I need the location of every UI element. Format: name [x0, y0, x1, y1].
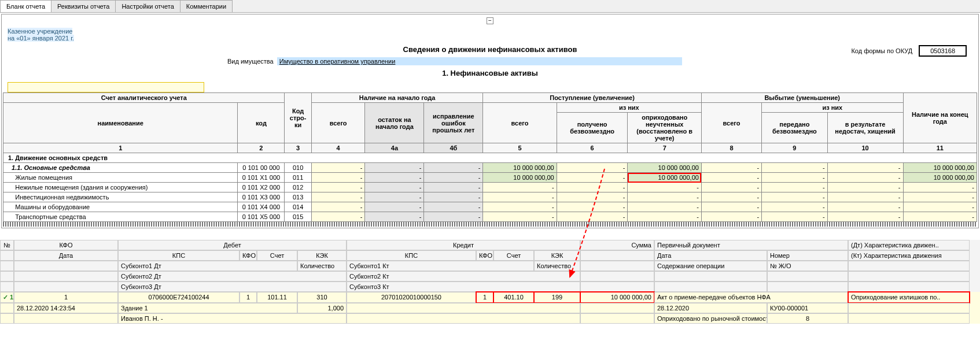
jh-content[interactable]: Содержание операции	[654, 261, 767, 271]
jr-kek-dt: 310	[297, 292, 347, 303]
journal-row[interactable]: ✓ 1 1 0706000Е724100244 1 101.11 310 207…	[0, 292, 980, 303]
okud-value: 0503168	[919, 45, 967, 57]
colnum-11: 11	[903, 143, 977, 153]
jr-qty: 1,000	[297, 303, 347, 313]
jr-kps-kt: 20701020010000150	[347, 292, 476, 303]
tab-details[interactable]: Реквизиты отчета	[51, 0, 116, 12]
jh-qty-kt[interactable]: Количество	[534, 261, 580, 271]
col-total-disposal: всего	[701, 103, 761, 143]
jr-char-kt: Оприходование излишков по..	[848, 292, 970, 303]
assets-table: Счет аналитического учета Код стро-ки На…	[3, 92, 977, 222]
report-date: на «01» января 2021 г.	[8, 35, 74, 42]
jh-doc-num[interactable]: Номер	[767, 250, 848, 261]
jh-acct-dt[interactable]: Счет	[257, 250, 297, 261]
report-tabs: Бланк отчета Реквизиты отчета Настройки …	[0, 0, 980, 13]
col-ofwhich-receipt: из них	[557, 103, 701, 113]
jr-acct-kt: 401.10	[493, 292, 534, 303]
okud-label: Код формы по ОКУД	[851, 47, 912, 54]
row-check-icon: ✓ 1	[0, 292, 14, 303]
colnum-2: 2	[238, 143, 285, 153]
torn-edge-decoration	[3, 222, 977, 227]
jh-sub1kt[interactable]: Субконто1 Кт	[347, 261, 534, 271]
table-row[interactable]: Машины и оборудование0 101 X4 000014----…	[3, 202, 977, 212]
jr-doc-num: КУ00-000001	[767, 303, 848, 313]
colnum-4b: 4б	[424, 143, 483, 153]
journal-row[interactable]: Иванов П. Н. - Оприходовано по рыночной …	[0, 313, 980, 324]
jr-kps-dt: 0706000Е724100244	[118, 292, 240, 303]
jh-debit[interactable]: Дебет	[118, 240, 347, 250]
col-receipt: Поступление (увеличение)	[483, 93, 702, 103]
jh-sub2kt[interactable]: Субконто2 Кт	[347, 271, 580, 282]
colnum-3: 3	[285, 143, 311, 153]
jh-primary[interactable]: Первичный документ	[654, 240, 848, 250]
jr-sub2dt: Иванов П. Н. -	[118, 313, 347, 324]
jh-date[interactable]: Дата	[14, 250, 118, 261]
jh-num[interactable]: №	[0, 240, 14, 250]
table-row[interactable]: Жилые помещения0 101 X1 000011---10 000 …	[3, 173, 977, 183]
jh-qty-dt[interactable]: Количество	[297, 261, 347, 271]
jr-date: 28.12.2020 14:23:54	[14, 303, 118, 313]
jh-kfo-kt[interactable]: КФО	[476, 250, 493, 261]
col-total-receipt: всего	[483, 103, 557, 143]
property-type-value[interactable]: Имущество в оперативном управлении	[277, 57, 682, 65]
report-title: Сведения о движении нефинансовых активов	[403, 45, 577, 54]
filter-input[interactable]	[8, 82, 204, 92]
colnum-4a: 4а	[365, 143, 424, 153]
property-type-label: Вид имущества	[227, 58, 274, 65]
colnum-6: 6	[557, 143, 628, 153]
jr-kfo-kt: 1	[476, 292, 493, 303]
col-total-begin: всего	[311, 103, 365, 143]
jh-kfo[interactable]: КФО	[14, 240, 118, 250]
table-row[interactable]: 1.1. Основные средства0 101 00 000010---…	[3, 163, 977, 173]
jh-kek-dt[interactable]: КЭК	[297, 250, 347, 261]
col-name: наименование	[3, 103, 238, 143]
col-transferred: передано безвозмездно	[762, 113, 828, 143]
table-row[interactable]: Нежилые помещения (здания и сооружения)0…	[3, 183, 977, 192]
section-1-title: 1. Нефинансовые активы	[8, 69, 972, 77]
report-panel: − Казенное учреждение на «01» января 202…	[1, 14, 979, 228]
colnum-8: 8	[701, 143, 761, 153]
jh-char-dt[interactable]: (Дт) Характеристика движен..	[848, 240, 970, 250]
jh-char-kt[interactable]: (Кт) Характеристика движения	[848, 250, 970, 261]
col-corrections: исправление ошибок прошлых лет	[424, 103, 483, 143]
colnum-4: 4	[311, 143, 365, 153]
jr-kfo-dt: 1	[240, 292, 257, 303]
col-begin: Наличие на начало года	[311, 93, 483, 103]
jh-doc-date[interactable]: Дата	[654, 250, 767, 261]
jh-zho[interactable]: № Ж/О	[767, 261, 848, 271]
colnum-5: 5	[483, 143, 557, 153]
journal-row[interactable]: 28.12.2020 14:23:54 Здание 1 1,000 28.12…	[0, 303, 980, 313]
colnum-10: 10	[827, 143, 903, 153]
jh-sub3dt[interactable]: Субконто3 Дт	[118, 282, 347, 292]
collapse-toggle-icon[interactable]: −	[487, 17, 493, 24]
jh-kps-dt[interactable]: КПС	[118, 250, 240, 261]
jr-content: Оприходовано по рыночной стоимости инв. …	[654, 313, 767, 324]
col-unaccounted: оприходовано неучтенных (восстановлено в…	[628, 113, 701, 143]
col-disposal: Выбытие (уменьшение)	[701, 93, 903, 103]
col-end: Наличие на конец года	[903, 93, 977, 143]
jr-sub1dt: Здание 1	[118, 303, 297, 313]
jh-kps-kt[interactable]: КПС	[347, 250, 476, 261]
jr-primary: Акт о приеме-передаче объектов НФА	[654, 292, 848, 303]
journal-table: № КФО Дебет Кредит Сумма Первичный докум…	[0, 240, 980, 324]
tab-settings[interactable]: Настройки отчета	[115, 0, 180, 12]
section-row: 1. Движение основных средств	[3, 153, 977, 163]
jh-sub3kt[interactable]: Субконто3 Кт	[347, 282, 580, 292]
col-ofwhich-disposal: из них	[762, 103, 903, 113]
jh-sub2dt[interactable]: Субконто2 Дт	[118, 271, 347, 282]
jr-zho: 8	[767, 313, 848, 324]
jh-kfo-dt[interactable]: КФО	[240, 250, 257, 261]
jh-sub1dt[interactable]: Субконто1 Дт	[118, 261, 297, 271]
jh-acct-kt[interactable]: Счет	[493, 250, 534, 261]
tab-comments[interactable]: Комментарии	[180, 0, 233, 12]
jh-credit[interactable]: Кредит	[347, 240, 580, 250]
col-acct: Счет аналитического учета	[3, 93, 285, 103]
tab-blank[interactable]: Бланк отчета	[0, 0, 51, 12]
colnum-1: 1	[3, 143, 238, 153]
table-row[interactable]: Инвестиционная недвижимость0 101 X3 0000…	[3, 192, 977, 202]
jh-sum[interactable]: Сумма	[580, 240, 654, 250]
colnum-9: 9	[762, 143, 828, 153]
table-row[interactable]: Транспортные средства0 101 X5 000015----…	[3, 212, 977, 222]
jh-kek-kt[interactable]: КЭК	[534, 250, 580, 261]
col-free: получено безвозмездно	[557, 113, 628, 143]
